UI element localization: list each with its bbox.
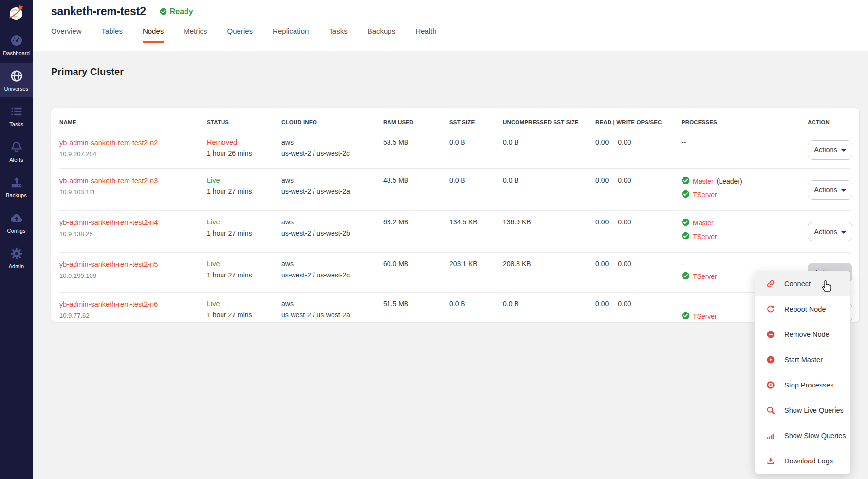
tab-tables[interactable]: Tables: [102, 27, 123, 43]
process-line: TServer: [682, 190, 808, 200]
menu-item-label: Download Logs: [784, 457, 833, 465]
node-status: Live: [207, 260, 281, 268]
read-ops-value: 0.00: [595, 218, 609, 226]
cell-action: Actions: [808, 140, 855, 160]
sidebar-item-label: Admin: [9, 263, 24, 269]
tasks-list-icon: [10, 105, 23, 118]
download-icon: [766, 457, 775, 465]
tab-health[interactable]: Health: [415, 27, 436, 43]
cell-name: yb-admin-sanketh-rem-test2-n2 10.9.207.2…: [59, 138, 207, 158]
cell-sst-size: 203.1 KB: [449, 260, 503, 268]
menu-item-download-logs[interactable]: Download Logs: [755, 448, 850, 474]
menu-item-connect[interactable]: Connect: [755, 271, 850, 296]
write-ops-value: 0.00: [618, 300, 631, 308]
cell-ram-used: 60.0 MB: [383, 260, 449, 268]
sidebar-item-label: Tasks: [9, 121, 23, 127]
cell-cloud-info: aws us-west-2 / us-west-2a: [281, 176, 383, 195]
cell-status: Live 1 hour 27 mins: [207, 260, 281, 279]
node-provider: aws: [281, 176, 383, 184]
minus-circle-icon: [766, 330, 775, 339]
process-line: -: [682, 260, 808, 268]
page-title: sanketh-rem-test2: [51, 5, 146, 18]
alerts-bell-icon: [10, 140, 23, 154]
process-link[interactable]: TServer: [693, 191, 717, 199]
actions-button[interactable]: Actions: [808, 140, 852, 160]
bar-chart-icon: [766, 431, 775, 440]
process-link[interactable]: Master: [693, 177, 714, 185]
nodes-table-card: NAMESTATUSCLOUD INFORAM USEDSST SIZEUNCO…: [51, 108, 859, 322]
menu-item-show-slow-queries[interactable]: Show Slow Queries: [755, 423, 850, 448]
sidebar: Dashboard Universes Tasks Alerts Backups…: [0, 0, 33, 479]
menu-item-stop-processes[interactable]: Stop Processes: [755, 372, 850, 398]
process-link: -: [682, 300, 684, 308]
actions-button[interactable]: Actions: [808, 222, 852, 241]
process-link[interactable]: TServer: [693, 273, 717, 280]
menu-item-show-live-queries[interactable]: Show Live Queries: [755, 398, 850, 423]
menu-item-reboot-node[interactable]: Reboot Node: [755, 296, 850, 322]
process-line: Master (Leader): [682, 176, 808, 186]
process-link[interactable]: TServer: [693, 313, 717, 320]
process-link[interactable]: TServer: [693, 233, 717, 240]
node-name-link[interactable]: yb-admin-sanketh-rem-test2-n6: [59, 300, 158, 308]
sidebar-item-tasks[interactable]: Tasks: [0, 98, 33, 133]
cell-name: yb-admin-sanketh-rem-test2-n4 10.9.138.2…: [59, 218, 207, 238]
sidebar-item-admin[interactable]: Admin: [0, 240, 33, 275]
node-name-link[interactable]: yb-admin-sanketh-rem-test2-n3: [59, 177, 158, 184]
column-header-action: ACTION: [808, 119, 851, 125]
status-badge: Ready: [160, 7, 193, 16]
node-name-link[interactable]: yb-admin-sanketh-rem-test2-n4: [59, 219, 158, 226]
table-row: yb-admin-sanketh-rem-test2-n5 10.9.199.1…: [59, 252, 851, 292]
sidebar-item-label: Backups: [6, 192, 27, 198]
column-header-status: STATUS: [207, 119, 281, 125]
node-ip: 10.9.138.25: [59, 230, 207, 238]
cell-name: yb-admin-sanketh-rem-test2-n6 10.9.77.62: [59, 300, 207, 319]
node-name-link[interactable]: yb-admin-sanketh-rem-test2-n2: [59, 139, 158, 147]
ops-separator: [613, 176, 613, 184]
tab-nodes[interactable]: Nodes: [143, 27, 164, 43]
actions-button-label: Actions: [814, 146, 837, 154]
sidebar-item-dashboard[interactable]: Dashboard: [0, 27, 33, 62]
play-circle-icon: [766, 355, 775, 364]
yugabyte-logo-icon[interactable]: [0, 0, 33, 26]
sidebar-item-universes[interactable]: Universes: [0, 63, 33, 97]
tab-queries[interactable]: Queries: [227, 27, 253, 43]
cell-ram-used: 51.5 MB: [383, 300, 449, 308]
backups-upload-icon: [10, 176, 23, 189]
node-zone: us-west-2 / us-west-2c: [281, 271, 383, 279]
reboot-icon: [766, 305, 775, 313]
menu-item-start-master[interactable]: Start Master: [755, 347, 850, 372]
cell-status: Live 1 hour 27 mins: [207, 300, 281, 319]
dashboard-gauge-icon: [10, 34, 23, 47]
menu-item-remove-node[interactable]: Remove Node: [755, 322, 850, 347]
tab-metrics[interactable]: Metrics: [184, 27, 207, 43]
actions-button[interactable]: Actions: [808, 180, 852, 200]
tab-replication[interactable]: Replication: [273, 27, 309, 43]
node-name-link[interactable]: yb-admin-sanketh-rem-test2-n5: [59, 260, 158, 268]
cell-processes: Master (Leader) TServer: [682, 176, 808, 203]
write-ops-value: 0.00: [618, 176, 631, 184]
menu-item-label: Start Master: [784, 356, 823, 364]
cell-uncompressed-sst-size: 0.0 B: [503, 176, 595, 184]
process-link[interactable]: Master: [693, 219, 714, 227]
cell-uncompressed-sst-size: 0.0 B: [503, 138, 595, 146]
process-link: -: [682, 260, 684, 268]
cell-read-write-ops: 0.000.00: [595, 300, 682, 308]
sidebar-item-alerts[interactable]: Alerts: [0, 134, 33, 168]
universe-header: sanketh-rem-test2 Ready OverviewTablesNo…: [33, 0, 868, 51]
link-icon: [766, 279, 775, 288]
actions-button-label: Actions: [814, 186, 837, 194]
cell-processes: --: [682, 138, 808, 150]
cell-name: yb-admin-sanketh-rem-test2-n3 10.9.103.1…: [59, 176, 207, 196]
node-status: Live: [207, 176, 281, 184]
sidebar-item-backups[interactable]: Backups: [0, 169, 33, 204]
sidebar-item-configs[interactable]: Configs: [0, 205, 33, 240]
stop-circle-icon: [766, 381, 775, 389]
cell-cloud-info: aws us-west-2 / us-west-2c: [281, 138, 383, 157]
tab-overview[interactable]: Overview: [51, 27, 82, 43]
tab-tasks[interactable]: Tasks: [329, 27, 347, 43]
menu-item-label: Reboot Node: [784, 305, 826, 313]
column-header-processes: PROCESSES: [682, 119, 808, 125]
tab-backups[interactable]: Backups: [368, 27, 396, 43]
process-extra: (Leader): [717, 177, 742, 185]
node-provider: aws: [281, 218, 383, 226]
